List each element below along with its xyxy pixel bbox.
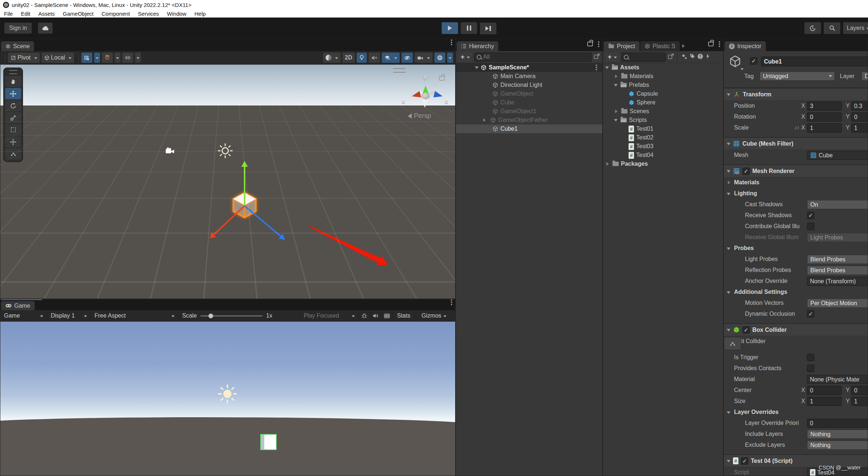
project-item-scenes[interactable]: Scenes bbox=[603, 107, 723, 116]
camera-gizmo-icon[interactable] bbox=[165, 147, 176, 154]
field-position-y[interactable]: 0.3 bbox=[851, 101, 868, 111]
field-rotation-y[interactable]: 0 bbox=[851, 112, 868, 122]
tab-inspector[interactable]: i Inspector bbox=[725, 41, 766, 51]
project-item-capsule[interactable]: Capsule bbox=[603, 89, 723, 98]
menu-help[interactable]: Help bbox=[191, 11, 210, 17]
project-item-sphere[interactable]: Sphere bbox=[603, 98, 723, 107]
expand-arrow[interactable] bbox=[615, 110, 619, 113]
game-viewport[interactable] bbox=[0, 322, 455, 476]
hierarchy-popout-icon[interactable] bbox=[594, 53, 600, 61]
tab-overflow-arrow[interactable] bbox=[682, 44, 687, 48]
project-menu-kebab[interactable] bbox=[719, 43, 720, 45]
expand-arrow[interactable] bbox=[614, 84, 618, 88]
hierarchy-add-button[interactable]: + bbox=[458, 53, 472, 62]
edit-collider-button[interactable] bbox=[724, 337, 741, 350]
transform-tool-button[interactable] bbox=[5, 136, 21, 147]
dropdown-light-probes[interactable]: Blend Probes bbox=[807, 255, 868, 264]
foldout-arrow[interactable] bbox=[727, 143, 730, 147]
foldout-arrow[interactable] bbox=[728, 181, 732, 184]
snap-toggle[interactable] bbox=[102, 53, 113, 63]
2d-toggle[interactable]: 2D bbox=[342, 53, 355, 63]
project-lock-icon[interactable] bbox=[708, 42, 714, 46]
snap-options-caret[interactable] bbox=[115, 53, 120, 63]
play-focused-dropdown[interactable]: Play Focused bbox=[300, 310, 358, 321]
hidden-count-icon[interactable] bbox=[705, 53, 710, 61]
vsync-grid-button[interactable] bbox=[381, 310, 392, 321]
project-item-prefabs[interactable]: Prefabs bbox=[603, 81, 723, 89]
grid-options-caret[interactable] bbox=[94, 53, 100, 63]
effects-toggle[interactable] bbox=[382, 53, 400, 63]
menu-edit[interactable]: Edit bbox=[17, 11, 34, 17]
section-header-cube-mesh-filter[interactable]: Cube (Mesh Filter) bbox=[724, 137, 868, 150]
hierarchy-item-main-camera[interactable]: Main Camera bbox=[456, 72, 602, 81]
display-target-dropdown[interactable]: Display 1 bbox=[47, 310, 91, 321]
checkbox-receive-shadows[interactable]: ✓ bbox=[807, 212, 814, 219]
hierarchy-item-gameobject[interactable]: GameObject bbox=[456, 89, 602, 98]
section-header-mesh-renderer[interactable]: ✓Mesh Renderer bbox=[724, 165, 868, 177]
debug-mode-button[interactable] bbox=[358, 310, 370, 321]
menu-gameobject[interactable]: GameObject bbox=[59, 11, 97, 17]
tab-project[interactable]: Project bbox=[604, 41, 640, 51]
foldout-arrow[interactable] bbox=[727, 93, 730, 98]
hierarchy-item-directional-light[interactable]: Directional Light bbox=[456, 81, 602, 89]
grid-visibility-toggle[interactable]: Y bbox=[81, 53, 92, 63]
foldout-arrow[interactable] bbox=[727, 411, 730, 416]
scene-gizmos-caret[interactable] bbox=[447, 53, 453, 63]
section-header-transform[interactable]: Transform bbox=[724, 88, 868, 101]
hierarchy-menu-kebab[interactable] bbox=[598, 43, 599, 45]
sign-in-button[interactable]: Sign in bbox=[4, 23, 32, 34]
filter-by-label-icon[interactable] bbox=[690, 53, 695, 61]
hierarchy-search-input[interactable]: All bbox=[474, 53, 592, 62]
scene-gizmos-toggle[interactable] bbox=[434, 53, 445, 63]
pivot-dropdown[interactable]: Pivot bbox=[8, 53, 40, 63]
hierarchy-item-gameobject1[interactable]: GameObject1 bbox=[456, 107, 602, 116]
layers-dropdown[interactable]: Layers bbox=[843, 22, 868, 34]
expand-arrow[interactable] bbox=[475, 66, 479, 71]
custom-tool-button[interactable] bbox=[5, 148, 21, 160]
dropdown-exclude-layers[interactable]: Nothing bbox=[807, 441, 868, 450]
foldout-arrow[interactable] bbox=[727, 247, 730, 252]
project-item-materials[interactable]: Materials bbox=[603, 72, 723, 81]
perspective-toggle[interactable]: Persp bbox=[408, 112, 431, 120]
local-dropdown[interactable]: Local bbox=[42, 53, 74, 63]
scene-lighting-toggle[interactable] bbox=[357, 53, 367, 63]
scale-slider[interactable] bbox=[200, 315, 262, 316]
object-field-material[interactable]: None (Physic Mate bbox=[807, 375, 868, 384]
alert-icon[interactable] bbox=[697, 53, 703, 61]
layer-dropdown[interactable]: D bbox=[861, 72, 868, 81]
field-center-x[interactable]: 0 bbox=[807, 386, 842, 395]
rect-tool-button[interactable] bbox=[5, 124, 21, 135]
dropdown-cast-shadows[interactable]: On bbox=[807, 200, 868, 209]
project-item-test02[interactable]: #Test02 bbox=[603, 133, 723, 142]
shading-mode-dropdown[interactable] bbox=[323, 53, 341, 63]
project-search-input[interactable] bbox=[621, 53, 666, 62]
gameobject-icon[interactable] bbox=[728, 55, 742, 69]
history-button[interactable] bbox=[804, 22, 821, 34]
pause-button[interactable] bbox=[461, 22, 477, 34]
aspect-ratio-dropdown[interactable]: Free Aspect bbox=[91, 310, 178, 321]
stats-button[interactable]: Stats bbox=[392, 310, 415, 321]
field-size-x[interactable]: 1 bbox=[807, 397, 842, 406]
object-name-field[interactable]: Cube1 bbox=[761, 57, 868, 66]
project-item-test04[interactable]: #Test04 bbox=[603, 151, 723, 160]
expand-arrow[interactable] bbox=[615, 74, 619, 78]
directional-light-gizmo-icon[interactable] bbox=[217, 143, 233, 159]
foldout-arrow[interactable] bbox=[727, 193, 730, 197]
expand-arrow[interactable] bbox=[605, 66, 609, 71]
foldout-arrow[interactable] bbox=[727, 291, 730, 296]
checkbox-dynamic-occlusion[interactable]: ✓ bbox=[807, 310, 814, 318]
foldout-arrow[interactable] bbox=[727, 460, 730, 464]
rotate-tool-button[interactable] bbox=[5, 100, 21, 111]
overlay-drag-handle[interactable] bbox=[393, 68, 406, 73]
project-item-test03[interactable]: #Test03 bbox=[603, 142, 723, 151]
menu-component[interactable]: Component bbox=[97, 11, 134, 17]
dropdown-include-layers[interactable]: Nothing bbox=[807, 430, 868, 439]
mute-audio-button[interactable] bbox=[370, 310, 381, 321]
field-rotation-x[interactable]: 0 bbox=[807, 112, 842, 122]
increment-snap-button[interactable] bbox=[122, 53, 133, 63]
active-checkbox[interactable]: ✓ bbox=[750, 57, 757, 65]
dropdown-reflection-probes[interactable]: Blend Probes bbox=[807, 266, 868, 275]
field-scale-x[interactable]: 1 bbox=[807, 123, 842, 133]
hierarchy-item-gameobjectfather[interactable]: GameObjectFather bbox=[456, 116, 602, 124]
project-popout-icon[interactable] bbox=[668, 53, 674, 61]
